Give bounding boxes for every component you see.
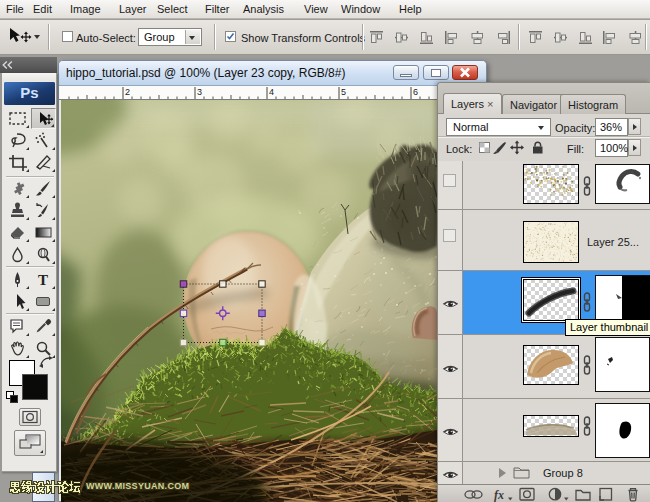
svg-text:4: 4 xyxy=(269,87,274,97)
svg-text:6: 6 xyxy=(413,87,418,97)
svg-text:2: 2 xyxy=(125,87,130,97)
svg-text:3: 3 xyxy=(197,87,202,97)
svg-text:T: T xyxy=(38,272,48,288)
svg-text:fx: fx xyxy=(494,488,504,502)
svg-text:5: 5 xyxy=(341,87,346,97)
